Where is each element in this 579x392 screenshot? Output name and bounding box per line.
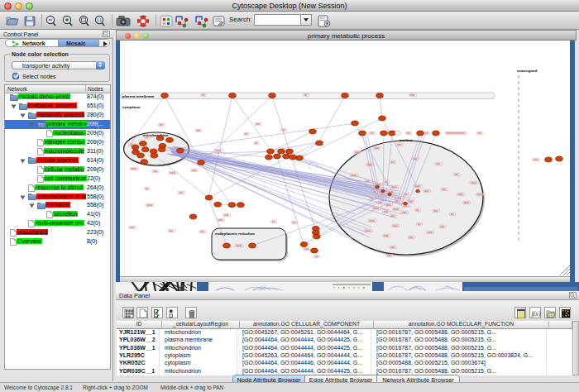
svg-text:1:1: 1:1 [97,18,103,22]
svg-text:f(x): f(x) [531,310,540,318]
svg-text:nucleus: nucleus [400,138,414,142]
svg-text:plasma membrane: plasma membrane [122,94,155,98]
svg-text:unassigned: unassigned [517,69,538,73]
svg-text:endoplasmic reticulum: endoplasmic reticulum [215,232,255,236]
svg-text:cytoplasm: cytoplasm [122,105,141,109]
